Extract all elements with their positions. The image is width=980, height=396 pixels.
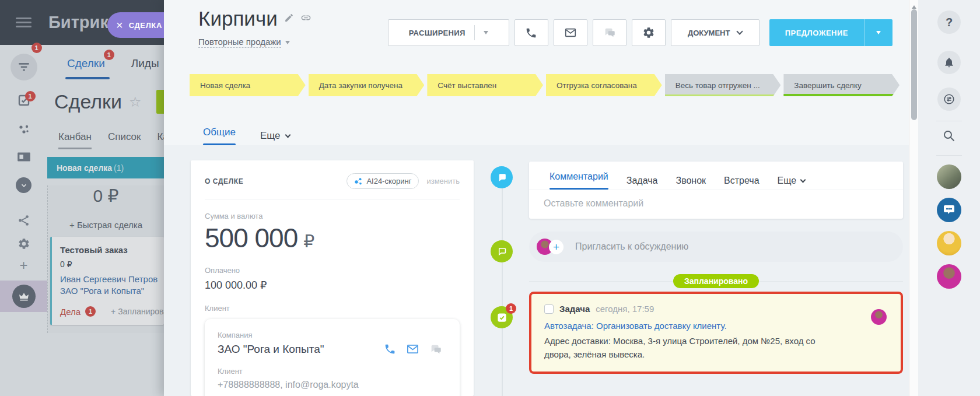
call-button[interactable] (514, 19, 548, 46)
paid-label: Оплачено (205, 266, 460, 275)
tab-more-timeline[interactable]: Еще (778, 171, 806, 190)
task-description: Адрес доставки: Москва, 3-я улица Строит… (544, 334, 818, 362)
client-card: Компания ЗАО "Рога и Копыта" Клиент +788… (205, 319, 460, 396)
vertical-scrollbar[interactable] (909, 0, 918, 396)
task-count-badge: 1 (506, 303, 516, 314)
deal-title: Кирпичи (198, 7, 278, 30)
search-icon (942, 129, 956, 143)
tab-more-label: Еще (260, 130, 281, 142)
bell-icon (943, 57, 955, 68)
company-label: Компания (218, 331, 447, 339)
copy-link-icon[interactable] (300, 12, 312, 26)
tab-call[interactable]: Звонок (676, 171, 706, 190)
company-name[interactable]: ЗАО "Рога и Копыта" (218, 343, 384, 356)
stage-purchase-date[interactable]: Дата закупки получена (309, 74, 425, 96)
search-button[interactable] (942, 129, 956, 145)
stage-new-deal[interactable]: Новая сделка (190, 74, 306, 96)
deal-stage-bar: Новая сделка Дата закупки получена Счёт … (190, 74, 900, 96)
timeline-line (502, 177, 503, 396)
about-deal-card: О СДЕЛКЕ AI24-скоринг изменить Сумма и в… (191, 160, 474, 396)
extensions-button[interactable]: РАСШИРЕНИЯ (388, 19, 509, 46)
task-time: сегодня, 17:59 (596, 304, 654, 314)
task-title-link[interactable]: Автозадача: Организовать доставку клиент… (544, 321, 888, 331)
invite-label: Пригласить к обсуждению (575, 241, 688, 252)
proposal-button[interactable]: ПРЕДЛОЖЕНИЕ (769, 19, 864, 46)
tab-task[interactable]: Задача (626, 171, 658, 190)
invite-to-discussion[interactable]: + Пригласить к обсуждению (529, 232, 903, 262)
task-checkbox[interactable] (544, 304, 554, 314)
planned-badge: Запланировано (673, 274, 759, 288)
chat-bubbles-icon (603, 26, 616, 39)
envelope-icon (564, 26, 577, 39)
tab-general[interactable]: Общие (203, 127, 236, 145)
close-icon[interactable]: × (116, 19, 123, 32)
speech-bubble-outline-icon (496, 246, 508, 257)
task-responsible-avatar[interactable] (871, 309, 887, 325)
notifications-button[interactable] (937, 51, 961, 74)
edit-link[interactable]: изменить (426, 177, 460, 185)
tab-more[interactable]: Еще (260, 127, 290, 145)
email-company-icon[interactable] (406, 342, 419, 356)
settings-button[interactable] (632, 19, 666, 46)
timeline: 1 Комментарий Задача Звонок Встреча Еще (474, 160, 903, 396)
task-type: Задача (559, 304, 590, 314)
scrollbar-thumb[interactable] (911, 9, 917, 120)
add-person-icon[interactable]: + (549, 240, 564, 254)
sum-label: Сумма и валюта (205, 212, 460, 220)
chevron-down-icon (800, 177, 806, 183)
client-label: Клиент (205, 304, 460, 313)
help-button[interactable]: ? (937, 10, 961, 34)
dim-overlay (0, 0, 164, 396)
document-label: ДОКУМЕНТ (688, 29, 730, 37)
timeline-composer-card: Комментарий Задача Звонок Встреча Еще Ос… (529, 162, 903, 219)
messenger-button[interactable] (937, 87, 961, 111)
user-avatar[interactable] (937, 164, 961, 189)
about-card-title: О СДЕЛКЕ (205, 177, 346, 185)
user-avatar[interactable] (937, 264, 961, 289)
chevron-down-icon (285, 132, 290, 138)
chevron-down-icon (737, 28, 743, 34)
discussion-stream-icon (491, 240, 513, 262)
deal-category-label: Повторные продажи (198, 37, 281, 48)
deal-sum-currency: ₽ (303, 231, 314, 251)
comment-stream-icon (491, 166, 513, 188)
timeline-tabs: Комментарий Задача Звонок Встреча Еще (529, 162, 903, 190)
deal-category-selector[interactable]: Повторные продажи (198, 37, 312, 48)
planned-separator: Запланировано (529, 274, 903, 289)
document-button[interactable]: ДОКУМЕНТ (671, 19, 760, 46)
chevron-down-icon (876, 31, 881, 34)
edit-title-icon[interactable] (284, 13, 294, 25)
email-button[interactable] (554, 19, 587, 46)
proposal-button-group: ПРЕДЛОЖЕНИЕ (769, 19, 892, 46)
right-sidebar: ? (918, 0, 980, 396)
gear-icon (642, 26, 655, 39)
stage-invoice-sent[interactable]: Счёт выставлен (427, 74, 543, 96)
deal-toolbar: РАСШИРЕНИЯ ДОКУМЕНТ (388, 19, 892, 46)
task-card-highlighted[interactable]: Задача сегодня, 17:59 Автозадача: Органи… (529, 292, 903, 374)
messenger-icon (943, 93, 956, 106)
extensions-label: РАСШИРЕНИЯ (409, 29, 466, 37)
stage-shipping-approved[interactable]: Отгрузка согласована (546, 74, 662, 96)
slider-badge[interactable]: × СДЕЛКА (107, 12, 164, 38)
stage-close-deal[interactable]: Завершить сделку (783, 74, 900, 96)
chat-button[interactable] (593, 19, 626, 46)
deal-sum-value[interactable]: 500 000 (205, 222, 298, 254)
stage-goods-shipped[interactable]: Весь товар отгружен ... (665, 74, 781, 96)
tab-comment[interactable]: Комментарий (550, 171, 608, 190)
speech-bubble-icon (496, 172, 508, 183)
molecule-icon (354, 177, 362, 185)
group-chat-icon (942, 203, 956, 217)
user-avatar[interactable] (937, 231, 961, 255)
chat-company-icon[interactable] (429, 343, 442, 356)
slider-badge-label: СДЕЛКА (129, 21, 162, 30)
contact-label: Клиент (218, 367, 447, 376)
group-chat-avatar[interactable] (937, 198, 961, 222)
proposal-dropdown[interactable] (864, 19, 892, 46)
tab-meeting[interactable]: Встреча (724, 171, 760, 190)
call-company-icon[interactable] (384, 343, 396, 355)
contact-value[interactable]: +78888888888, info@roga.kopyta (218, 380, 447, 390)
task-check-icon (496, 312, 508, 323)
ai-scoring-badge[interactable]: AI24-скоринг (346, 173, 419, 189)
comment-input[interactable]: Оставьте комментарий (529, 190, 903, 219)
scroll-up-arrow[interactable] (912, 3, 916, 9)
